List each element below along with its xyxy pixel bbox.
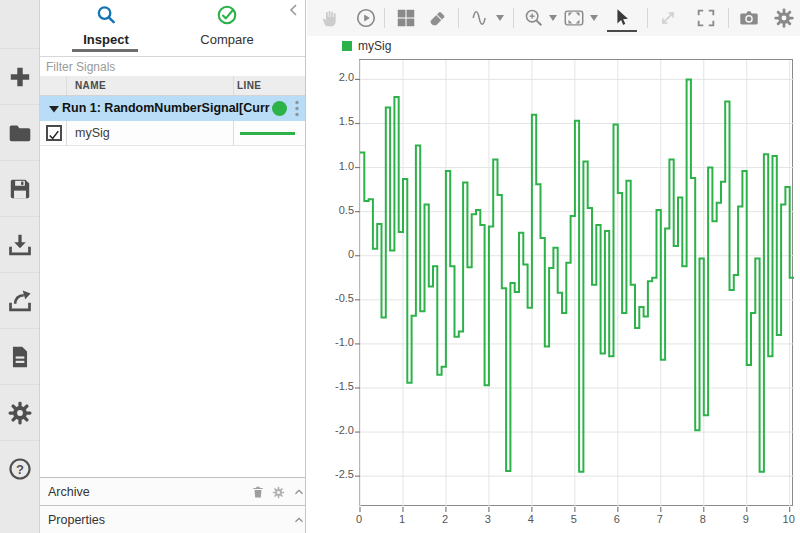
expand-diagonal-icon	[657, 7, 679, 29]
tab-inspect[interactable]: Inspect	[51, 4, 161, 48]
x-axis-tick-label: 3	[476, 513, 500, 525]
signal-row-mysig[interactable]: mySig	[40, 121, 305, 146]
y-axis-tick-label: 0	[322, 248, 354, 260]
plot-area-panel: mySig 0123456789102.01.51.00.50-0.5-1.0-…	[307, 0, 800, 533]
run-row[interactable]: Run 1: RandomNumberSignal[Current]	[40, 96, 305, 121]
open-button[interactable]	[0, 104, 39, 160]
column-divider	[233, 76, 234, 95]
collapse-panel-button[interactable]	[287, 2, 301, 18]
gear-icon	[773, 7, 795, 29]
expander-triangle-icon[interactable]	[49, 105, 59, 113]
column-divider	[66, 121, 67, 146]
toolbar-separator	[647, 8, 648, 28]
collapse-archive-chevron-icon[interactable]	[292, 485, 306, 499]
add-button[interactable]	[0, 48, 39, 104]
column-divider	[233, 121, 234, 146]
y-axis-tick-label: -1.0	[322, 336, 354, 348]
y-axis-tick-label: 0.5	[322, 204, 354, 216]
play-circle-icon	[355, 7, 377, 29]
tab-compare-label: Compare	[200, 32, 253, 47]
import-icon	[7, 232, 33, 258]
signals-menu-button[interactable]	[470, 7, 492, 29]
column-header-name: NAME	[75, 80, 106, 91]
fit-to-view-button[interactable]	[563, 7, 585, 29]
cursor-arrow-icon	[611, 7, 633, 29]
search-icon	[95, 4, 118, 27]
plot-canvas[interactable]	[359, 59, 793, 506]
properties-label: Properties	[48, 513, 105, 527]
filter-row	[40, 57, 305, 76]
plot-settings-button[interactable]	[773, 7, 795, 29]
column-header-line: LINE	[237, 80, 261, 91]
archive-label: Archive	[48, 485, 90, 499]
fullscreen-brackets-icon	[695, 7, 717, 29]
chevron-down-icon[interactable]	[590, 15, 598, 21]
tab-compare[interactable]: Compare	[172, 4, 282, 48]
toolbar-separator	[384, 8, 385, 28]
toolbar-separator	[458, 8, 459, 28]
preferences-button[interactable]	[0, 384, 39, 440]
x-axis-tick-label: 6	[605, 513, 629, 525]
help-icon: ?	[7, 456, 33, 482]
collapse-properties-chevron-icon[interactable]	[292, 513, 306, 527]
x-axis-tick-label: 5	[562, 513, 586, 525]
camera-icon	[738, 7, 760, 29]
x-axis-tick-label: 7	[648, 513, 672, 525]
link-axes-button[interactable]	[657, 7, 679, 29]
create-report-button[interactable]	[0, 328, 39, 384]
chevron-down-icon[interactable]	[496, 15, 504, 21]
simulation-data-inspector-window: ? Inspect Compare	[0, 0, 800, 533]
fit-to-view-icon	[563, 7, 585, 29]
pan-button[interactable]	[320, 7, 342, 29]
save-icon	[7, 176, 33, 202]
selected-tool-underline	[607, 30, 637, 32]
tab-inspect-label: Inspect	[83, 32, 129, 47]
signal-wave-icon	[470, 7, 492, 29]
x-axis-tick-label: 9	[734, 513, 758, 525]
panel-tabbar: Inspect Compare	[40, 0, 305, 57]
signal-name: mySig	[75, 126, 110, 140]
add-icon	[7, 64, 33, 90]
signals-panel: Inspect Compare NAME LINE	[40, 0, 306, 533]
fullscreen-button[interactable]	[695, 7, 717, 29]
kebab-menu-icon[interactable]	[291, 99, 303, 118]
zoom-in-icon	[523, 7, 545, 29]
zoom-in-button[interactable]	[523, 7, 545, 29]
signal-line-swatch	[240, 132, 295, 135]
properties-section-header[interactable]: Properties	[40, 505, 305, 533]
y-axis-tick-label: 1.5	[322, 115, 354, 127]
archive-section-header[interactable]: Archive	[40, 477, 305, 505]
signal-table-header: NAME LINE	[40, 76, 305, 96]
pointer-button[interactable]	[611, 7, 633, 29]
chevron-down-icon[interactable]	[549, 15, 557, 21]
eraser-icon	[427, 7, 449, 29]
import-button[interactable]	[0, 216, 39, 272]
export-button[interactable]	[0, 272, 39, 328]
x-axis-tick-label: 10	[777, 513, 800, 525]
trash-icon[interactable]	[251, 485, 265, 499]
x-axis-tick-label: 2	[433, 513, 457, 525]
legend-swatch	[342, 41, 352, 51]
stairstep-signal-plot[interactable]	[360, 60, 794, 507]
signal-checkbox[interactable]	[46, 125, 62, 141]
x-axis-tick-label: 1	[390, 513, 414, 525]
y-axis-tick-label: 2.0	[322, 71, 354, 83]
x-axis-tick-label: 0	[347, 513, 371, 525]
erase-button[interactable]	[427, 7, 449, 29]
chevron-left-icon	[287, 2, 301, 18]
filter-signals-input[interactable]	[40, 58, 305, 77]
layout-button[interactable]	[395, 7, 417, 29]
column-divider	[66, 76, 67, 95]
replay-button[interactable]	[355, 7, 377, 29]
checkmark-icon	[48, 129, 60, 141]
export-icon	[7, 288, 33, 314]
left-toolstrip: ?	[0, 0, 40, 533]
help-button[interactable]: ?	[0, 440, 39, 496]
run-label: Run 1: RandomNumberSignal[Current]	[62, 101, 270, 117]
archive-gear-icon[interactable]	[272, 486, 285, 499]
layout-grid-icon	[395, 7, 417, 29]
save-button[interactable]	[0, 160, 39, 216]
x-axis-tick-label: 4	[519, 513, 543, 525]
snapshot-button[interactable]	[738, 7, 760, 29]
y-axis-tick-label: -2.5	[322, 468, 354, 480]
